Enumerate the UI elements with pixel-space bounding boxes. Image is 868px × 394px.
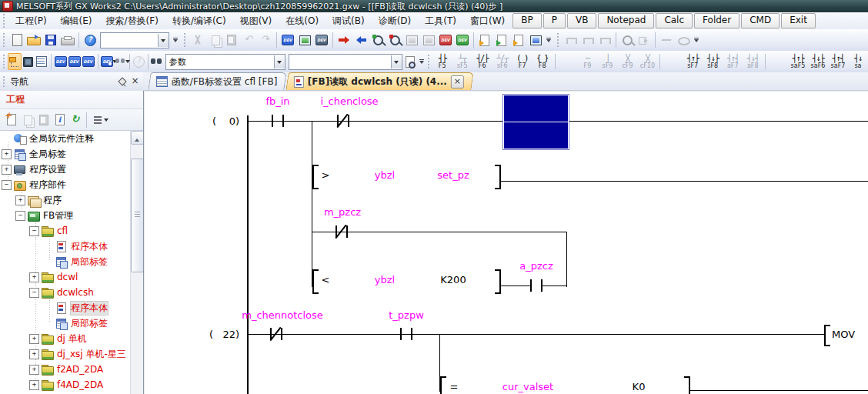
pulse3-icon[interactable]: [596, 32, 613, 48]
project-combobox[interactable]: [100, 32, 169, 48]
menu-item[interactable]: 调试(B): [326, 13, 372, 29]
new-data-icon[interactable]: [3, 112, 19, 128]
tree-item-fb管理[interactable]: − FB管理: [0, 208, 131, 223]
menu-item[interactable]: 窗口(W): [463, 13, 512, 29]
page-find-icon[interactable]: [404, 53, 417, 70]
quick-launch-button[interactable]: BP: [512, 13, 541, 28]
ladder-symbol-f6-button[interactable]: ┤/├F6: [472, 52, 492, 72]
ladder-symbol-sf9-button[interactable]: │sF9: [597, 52, 617, 72]
tree-item-cfl[interactable]: − cfl: [0, 223, 131, 239]
tree-expander[interactable]: −: [15, 211, 25, 221]
menu-item[interactable]: 搜索/替换(F): [99, 13, 165, 29]
ladder-symbol-cf9-button[interactable]: ╳cF9: [617, 52, 637, 72]
tab-document[interactable]: 函数/FB标签设置 cfl [FB]: [148, 72, 287, 90]
menu-item[interactable]: 工具(T): [418, 13, 463, 29]
ladder-symbol-saf5-button[interactable]: ┤↑├saF5: [788, 52, 808, 72]
tree-item-f2ad_2da[interactable]: + f2AD_2DA: [0, 362, 131, 377]
ladder-symbol-button[interactable]: [663, 52, 683, 72]
doc-jump1-icon[interactable]: [476, 32, 493, 48]
quick-launch-button[interactable]: Calc: [656, 13, 693, 28]
copy-icon[interactable]: [206, 32, 223, 48]
ladder-symbol-button[interactable]: [557, 52, 577, 72]
quick-launch-button[interactable]: Notepad: [598, 13, 654, 28]
scroll-up-button[interactable]: [131, 131, 144, 145]
tree-expander[interactable]: +: [15, 195, 25, 205]
tree-item-全局软元件注释[interactable]: 全局软元件注释: [0, 131, 131, 146]
combobox-dropdown-icon[interactable]: [158, 34, 169, 47]
doc-jump2-icon[interactable]: [493, 32, 510, 48]
undo-icon[interactable]: [240, 32, 257, 48]
device-find3-icon[interactable]: [82, 53, 95, 70]
menu-item[interactable]: 诊断(D): [372, 13, 419, 29]
quick-launch-button[interactable]: VB: [567, 13, 596, 28]
tree-expander[interactable]: +: [29, 380, 39, 390]
find-binoculars-icon[interactable]: [151, 53, 164, 70]
menu-item[interactable]: 转换/编译(C): [165, 13, 233, 29]
dropdown-caret-icon[interactable]: [125, 60, 130, 65]
combobox-dropdown-icon[interactable]: [391, 55, 402, 68]
ladder-symbol-button[interactable]: [768, 52, 788, 72]
toolbar-overflow-button[interactable]: [692, 32, 702, 48]
tree-expander[interactable]: +: [29, 272, 39, 282]
help-gray-icon[interactable]: [132, 53, 145, 70]
module-config-icon[interactable]: [22, 53, 35, 70]
ladder-symbol-sa-button[interactable]: ┤↓sa: [848, 52, 868, 72]
tree-scrollbar[interactable]: [130, 131, 143, 394]
quick-launch-button[interactable]: Folder: [694, 13, 739, 28]
tree-item-dj_xsj-单机-星三[interactable]: + dj_xsj 单机-星三: [0, 346, 131, 362]
tree-item-dcwlcsh[interactable]: − dcwlcsh: [0, 285, 131, 300]
jump-gray-icon[interactable]: [636, 32, 653, 48]
device-verify-icon[interactable]: [313, 32, 330, 48]
tree-item-dcwl[interactable]: + dcwl: [0, 269, 131, 285]
find-gray-icon[interactable]: [619, 32, 636, 48]
copy-data-icon[interactable]: [19, 112, 35, 128]
tab-active-document[interactable]: [FB]读取 dcwlcsh (只读) (4... ×: [286, 72, 474, 90]
data-info-icon[interactable]: [52, 112, 68, 128]
device-write-icon[interactable]: [279, 32, 296, 48]
convert-forward-icon[interactable]: [336, 32, 352, 48]
menu-item[interactable]: 工程(P): [8, 13, 54, 29]
quick-launch-button[interactable]: P: [543, 13, 566, 28]
ladder-symbol-af7-button[interactable]: ┤↑┤aF7: [723, 52, 743, 72]
wave1-icon[interactable]: [658, 32, 675, 48]
sort-icon[interactable]: [89, 112, 105, 128]
device-search-icon[interactable]: [114, 53, 127, 70]
device-red-icon[interactable]: [437, 32, 454, 48]
ladder-symbol-sf6-button[interactable]: ┴/┬sF6: [492, 52, 512, 72]
convert-back-icon[interactable]: [352, 32, 369, 48]
tree-expander[interactable]: −: [29, 226, 39, 236]
ladder-symbol-sf7-button[interactable]: ┤↑├sF7: [683, 52, 703, 72]
ladder-symbol-saf6-button[interactable]: ┤↓├saF6: [808, 52, 828, 72]
device-display-icon[interactable]: [100, 53, 114, 70]
worklist-icon[interactable]: [35, 53, 48, 70]
panel-close-icon[interactable]: ×: [129, 76, 141, 88]
print-icon[interactable]: [59, 32, 76, 48]
ladder-symbol-cf10-button[interactable]: ╳cF10: [637, 52, 657, 72]
menu-item[interactable]: 视图(V): [233, 13, 279, 29]
dropdown-caret-icon[interactable]: [104, 119, 108, 124]
ladder-symbol-f7-button[interactable]: ( )F7: [512, 52, 532, 72]
new-project-icon[interactable]: [8, 32, 25, 48]
ladder-editor[interactable]: ( 0) fb_in i_chenclose > ybzl set_pz m_p…: [143, 91, 868, 394]
selected-cell-block[interactable]: [502, 94, 569, 150]
watch-combobox-2[interactable]: [289, 54, 402, 70]
tab-close-button[interactable]: ×: [451, 75, 464, 88]
tree-expander[interactable]: +: [29, 349, 39, 359]
open-project-icon[interactable]: [25, 32, 42, 48]
tree-item-局部标签[interactable]: 局部标签: [0, 254, 131, 269]
device-find1-icon[interactable]: [54, 53, 68, 70]
tree-expander[interactable]: +: [2, 149, 12, 159]
save-icon[interactable]: [42, 32, 59, 48]
navigation-window-icon[interactable]: [8, 53, 22, 70]
tree-item-程序本体[interactable]: 程序本体: [0, 239, 131, 254]
device-find2-icon[interactable]: [68, 53, 82, 70]
watch-combobox-1[interactable]: 参数: [165, 54, 285, 70]
pulse2-icon[interactable]: [579, 32, 596, 48]
paste-data-icon[interactable]: [35, 112, 52, 128]
tree-item-f4ad_2da[interactable]: + f4AD_2DA: [0, 377, 131, 392]
doc-jump3-icon[interactable]: [510, 32, 527, 48]
wave2-icon[interactable]: [675, 32, 692, 48]
monitor-screen-icon[interactable]: [296, 32, 313, 48]
tree-item-程序设置[interactable]: + 程序设置: [0, 162, 131, 177]
help-icon[interactable]: [82, 32, 98, 48]
